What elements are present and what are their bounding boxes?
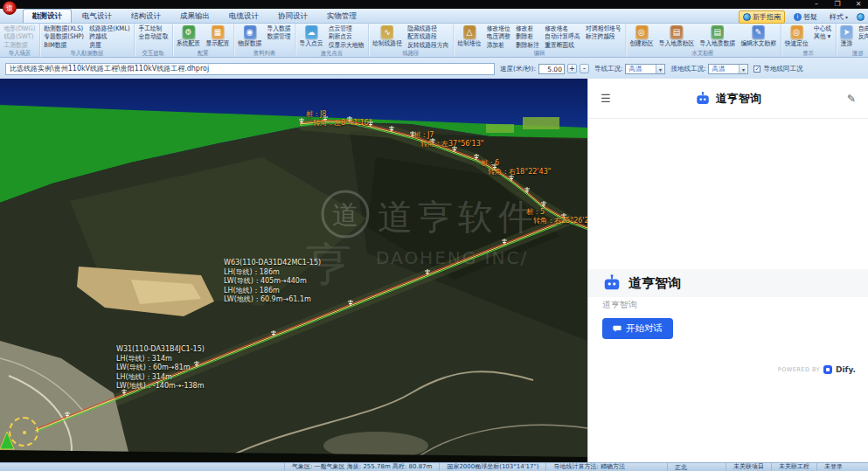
button-房屋[interactable]: 房屋	[87, 41, 131, 49]
button-全自动提取[interactable]: 全自动提取	[137, 32, 170, 40]
globe-icon[interactable]	[857, 13, 865, 21]
button-显示配置[interactable]: ▦显示配置	[205, 24, 232, 49]
button-线路路径(KML)[interactable]: 线路路径(KML)	[87, 24, 131, 32]
ribbon-group-编辑: △绘制塔位修改塔位电压调整添加桩修改桩删除桩删除标注修改塔名自动计算呼高重置断面…	[454, 24, 626, 58]
button-系统配置[interactable]: ⚙系统配置	[175, 24, 202, 49]
ground-condition-select[interactable]: 高温 ▾	[708, 64, 748, 74]
button-对调相邻塔号[interactable]: 对调相邻塔号	[584, 24, 622, 32]
compass-circle-icon[interactable]	[9, 417, 38, 447]
menu-icon[interactable]: ☰	[601, 92, 611, 105]
button-标注跨越段[interactable]: 标注跨越段	[584, 32, 622, 40]
button-添加桩[interactable]: 添加桩	[485, 41, 512, 49]
qa-item-样式[interactable]: 样式▾	[826, 11, 851, 23]
button-重置断面线[interactable]: 重置断面线	[544, 41, 582, 49]
button-快速定位[interactable]: ◎快速定位	[783, 24, 810, 49]
close-button[interactable]: ✕	[852, 0, 865, 9]
titlebar: 道 –❐✕	[0, 0, 868, 9]
map-viewport[interactable]: 道 道亨软件 亨 DAOHENG INC/ 桩：J8转角：左8°41'16"桩：…	[0, 79, 587, 462]
tab-电气设计[interactable]: 电气设计	[73, 10, 121, 23]
button-刷新点云[interactable]: 刷新点云	[327, 32, 365, 40]
button-导入数据[interactable]: 导入数据	[266, 24, 293, 32]
app-logo-icon[interactable]: 道	[3, 1, 17, 15]
chevron-down-icon: ▾	[656, 65, 663, 73]
ribbon-group-label: 导入勘测数据	[42, 49, 131, 58]
button-修改塔位[interactable]: 修改塔位	[485, 24, 512, 32]
dify-label[interactable]: Dify.	[836, 365, 856, 374]
display-icon: ▦	[212, 25, 224, 39]
button-点云管理[interactable]: 点云管理	[327, 24, 365, 32]
ribbon-group-label: 编辑	[456, 49, 623, 58]
ribbon-group-显示: ◎快速定位中心线其他 ▾显示	[781, 24, 836, 58]
button-跨越线[interactable]: 跨越线	[87, 32, 131, 40]
button-隐藏线路径[interactable]: 隐藏线路径	[406, 24, 450, 32]
tab-成果输出[interactable]: 成果输出	[171, 10, 219, 23]
chat-panel-title: 道亨智询	[588, 91, 868, 107]
button-反转线路段方向[interactable]: 反转线路段方向	[406, 41, 450, 49]
button-专题数据(SHP)[interactable]: 专题数据(SHP)	[42, 32, 85, 40]
status-item-未关联项目: 未关联项目	[726, 463, 771, 471]
speed-increase-button[interactable]: +	[567, 64, 577, 73]
tab-实物管理[interactable]: 实物管理	[318, 10, 365, 23]
ribbon-group-label: 水文勘察	[628, 49, 778, 58]
ribbon-group-漫游: ➤漫游自由 ▾反向漫游	[837, 24, 868, 58]
tab-电缆设计[interactable]: 电缆设计	[220, 10, 267, 23]
button-导入地质勘区[interactable]: ▤导入地质勘区	[657, 24, 696, 49]
button-绘制线路径[interactable]: ∿绘制线路径	[371, 24, 403, 49]
gear-icon: ⚙	[182, 25, 194, 39]
speed-label: 速度(米/秒):	[500, 65, 536, 73]
button-删除标注[interactable]: 删除标注	[514, 41, 541, 49]
button-自动计算呼高[interactable]: 自动计算呼高	[544, 32, 582, 40]
button-配置线路段[interactable]: 配置线路段	[406, 32, 450, 40]
button-修改塔名[interactable]: 修改塔名	[544, 24, 582, 32]
project-path-box[interactable]: 比选线路实例\贵州110kV线路工程\贵阳110kV线路工程.dhproj	[5, 63, 495, 75]
button-反向[interactable]: 反向	[857, 32, 868, 40]
button-删除桩[interactable]: 删除桩	[514, 32, 541, 40]
button-修改桩[interactable]: 修改桩	[514, 24, 541, 32]
tower-icon: △	[463, 25, 476, 39]
terrain-3d-view: 道 道亨软件 亨 DAOHENG INC/	[0, 79, 587, 462]
button-电压调整[interactable]: 电压调整	[485, 32, 512, 40]
chat-panel: ☰ 道亨智询 ✎	[587, 79, 868, 462]
button-勘测数据(XLS)[interactable]: 勘测数据(XLS)	[42, 24, 85, 32]
chat-body: 道亨智询 道亨智询 开始对话 POWERED BY Dify.	[588, 119, 868, 462]
new-chat-icon[interactable]: ✎	[847, 93, 856, 105]
speed-input[interactable]: 5.00	[538, 64, 565, 74]
geo-region-icon: ▤	[670, 25, 683, 39]
button-其他[interactable]: 其他 ▾	[812, 32, 833, 40]
ribbon-group-导入勘测数据: 勘测数据(XLS)专题数据(SHP)BIM数据线路路径(KML)跨越线房屋导入勘…	[40, 24, 135, 58]
button-数据管理[interactable]: 数据管理	[266, 32, 293, 40]
status-item: 国家2000椭球坐标(103°14'17")	[439, 463, 545, 471]
maximize-button[interactable]: ❐	[831, 0, 844, 9]
start-chat-button[interactable]: 开始对话	[602, 318, 673, 339]
button-导入点云[interactable]: ☁导入点云	[298, 24, 325, 49]
sync-condition-checkbox[interactable]: ✓	[753, 66, 760, 73]
tab-协同设计[interactable]: 协同设计	[269, 10, 316, 23]
button-物探数据[interactable]: ◉物探数据	[237, 24, 264, 49]
speed-decrease-button[interactable]: -	[580, 64, 589, 73]
region-icon: ◎	[635, 25, 648, 39]
ribbon-group-激光点云: ☁导入点云点云管理刷新点云仅显示大地物激光点云	[295, 24, 369, 58]
button-漫游[interactable]: ➤漫游	[838, 24, 854, 49]
button-创建勘区[interactable]: ◎创建勘区	[628, 24, 656, 49]
button-导入地质数据[interactable]: ▤导入地质数据	[698, 24, 737, 49]
robot-icon	[695, 91, 711, 107]
button-仅显示大地物[interactable]: 仅显示大地物	[327, 41, 365, 49]
tab-结构设计[interactable]: 结构设计	[122, 10, 170, 23]
plane-icon: ➤	[840, 25, 852, 39]
ribbon-group-label: 资料列表	[237, 49, 293, 58]
conductor-condition-select[interactable]: 高温 ▾	[625, 64, 665, 74]
button-中心线[interactable]: 中心线	[812, 24, 833, 32]
button-编辑水文勘察[interactable]: ✎编辑水文勘察	[740, 24, 778, 49]
button-手工绘制[interactable]: 手工绘制	[137, 24, 170, 32]
minimize-button[interactable]: –	[810, 0, 823, 9]
status-item: 导地线计算方法: 精确方法	[545, 463, 632, 471]
svg-text:道亨软件: 道亨软件	[378, 197, 538, 237]
qa-item-新手指南[interactable]: 新手指南	[739, 10, 785, 24]
chat-intro-title: 道亨智询	[628, 275, 681, 292]
button-自由[interactable]: 自由 ▾	[857, 24, 868, 32]
button-绘制塔位[interactable]: △绘制塔位	[456, 24, 483, 49]
tab-勘测设计[interactable]: 勘测设计	[23, 9, 72, 23]
qa-item-答疑[interactable]: i答疑	[790, 11, 821, 23]
ribbon-group-label: 配置	[175, 49, 231, 58]
button-BIM数据[interactable]: BIM数据	[42, 41, 85, 49]
